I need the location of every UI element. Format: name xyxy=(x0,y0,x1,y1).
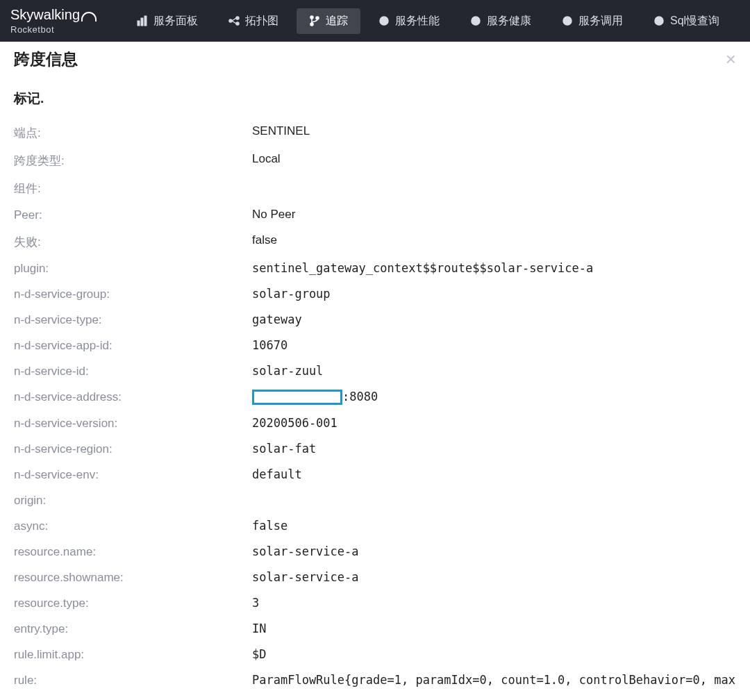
gauge-icon xyxy=(653,15,665,26)
detail-value: solar-service-a xyxy=(252,544,736,558)
detail-value-wrap[interactable]: ParamFlowRule{grade=1, paramIdx=0, count… xyxy=(252,673,736,698)
nav-tab-4[interactable]: 服务健康 xyxy=(458,8,544,34)
nav-tab-0[interactable]: 服务面板 xyxy=(124,8,210,34)
section-title: 标记. xyxy=(14,90,736,108)
detail-value-wrap: 20200506-001 xyxy=(252,416,736,430)
details-list: 端点:SENTINEL跨度类型:Local组件:Peer:No Peer失败:f… xyxy=(14,124,736,700)
detail-row: Peer:No Peer xyxy=(14,208,736,222)
detail-key: n-d-service-version: xyxy=(14,416,252,431)
detail-row: 端点:SENTINEL xyxy=(14,124,736,141)
detail-row: origin: xyxy=(14,493,736,508)
detail-value: gateway xyxy=(252,312,736,326)
detail-row: 组件: xyxy=(14,180,736,197)
detail-row: resource.showname:solar-service-a xyxy=(14,570,736,585)
nav-tab-6[interactable]: Sql慢查询 xyxy=(641,8,732,34)
nav-tab-1[interactable]: 拓扑图 xyxy=(216,8,291,34)
detail-value-wrap: solar-service-a xyxy=(252,544,736,558)
detail-key: n-d-service-region: xyxy=(14,442,252,456)
detail-key: Peer: xyxy=(14,208,252,222)
detail-value: SENTINEL xyxy=(252,124,736,138)
svg-point-10 xyxy=(316,17,319,19)
logo: Skywalking Rocketbot xyxy=(10,7,97,35)
detail-key: n-d-service-env: xyxy=(14,467,252,482)
detail-key: rule: xyxy=(14,673,252,688)
detail-value: Local xyxy=(252,152,736,166)
close-button[interactable]: × xyxy=(726,50,736,68)
detail-key: n-d-service-type: xyxy=(14,312,252,327)
svg-rect-0 xyxy=(138,21,140,26)
detail-value: 3 xyxy=(252,596,736,610)
nav-tab-3[interactable]: 服务性能 xyxy=(366,8,452,34)
detail-row: n-d-service-app-id:10670 xyxy=(14,338,736,353)
svg-point-4 xyxy=(236,17,239,19)
detail-value: IN xyxy=(252,622,736,635)
nav-tab-label: 服务面板 xyxy=(153,14,198,28)
detail-key: 组件: xyxy=(14,180,252,197)
detail-row: n-d-service-group:solar-group xyxy=(14,287,736,301)
detail-value: false xyxy=(252,233,736,247)
detail-key: n-d-service-id: xyxy=(14,364,252,378)
detail-row: rule:ParamFlowRule{grade=1, paramIdx=0, … xyxy=(14,673,736,698)
detail-value-wrap: 10670 xyxy=(252,338,736,352)
detail-value-wrap: sentinel_gateway_context$$route$$solar-s… xyxy=(252,261,736,275)
detail-row: plugin:sentinel_gateway_context$$route$$… xyxy=(14,261,736,276)
detail-key: origin: xyxy=(14,493,252,508)
detail-value-wrap: solar-group xyxy=(252,287,736,301)
detail-row: 失败:false xyxy=(14,233,736,250)
detail-value-wrap: :8080 xyxy=(252,390,736,405)
panel-title: 跨度信息 xyxy=(14,49,736,70)
nav-tab-5[interactable]: 服务调用 xyxy=(549,8,635,34)
svg-point-8 xyxy=(310,16,313,19)
detail-row: rule.limit.app:$D xyxy=(14,647,736,662)
detail-value-wrap: No Peer xyxy=(252,208,736,222)
detail-value: sentinel_gateway_context$$route$$solar-s… xyxy=(252,261,736,275)
detail-value: :8080 xyxy=(252,390,736,405)
detail-row: async:false xyxy=(14,519,736,533)
detail-value-wrap: IN xyxy=(252,622,736,635)
detail-key: async: xyxy=(14,519,252,533)
detail-row: n-d-service-address::8080 xyxy=(14,390,736,405)
detail-value: solar-zuul xyxy=(252,364,736,378)
detail-row: resource.type:3 xyxy=(14,596,736,610)
detail-value: $D xyxy=(252,647,736,661)
detail-value: 20200506-001 xyxy=(252,416,736,430)
detail-value: false xyxy=(252,519,736,533)
detail-value-wrap: Local xyxy=(252,152,736,166)
nav-tab-label: 服务健康 xyxy=(487,14,531,28)
nav-tab-label: 追踪 xyxy=(326,14,348,28)
svg-line-7 xyxy=(232,21,236,24)
gauge-icon xyxy=(562,15,573,26)
detail-row: entry.type:IN xyxy=(14,622,736,636)
nav-tab-label: Sql慢查询 xyxy=(670,14,719,28)
detail-key: n-d-service-app-id: xyxy=(14,338,252,353)
detail-value-wrap: 3 xyxy=(252,596,736,610)
svg-point-5 xyxy=(236,22,239,25)
detail-value: default xyxy=(252,467,736,481)
nav-tab-2[interactable]: 追踪 xyxy=(297,8,360,34)
detail-value: solar-fat xyxy=(252,442,736,456)
nav-tab-label: 服务性能 xyxy=(395,14,440,28)
detail-row: 跨度类型:Local xyxy=(14,152,736,169)
gauge-icon xyxy=(470,15,481,26)
detail-key: resource.type: xyxy=(14,596,252,610)
logo-text-walking: walking xyxy=(33,7,80,23)
svg-point-9 xyxy=(310,23,313,26)
detail-value: 10670 xyxy=(252,338,736,352)
svg-rect-1 xyxy=(141,18,143,26)
detail-value-wrap: false xyxy=(252,233,736,247)
detail-value-wrap: solar-service-a xyxy=(252,570,736,584)
nav-tab-label: 服务调用 xyxy=(578,14,623,28)
detail-row: n-d-service-version:20200506-001 xyxy=(14,416,736,431)
top-nav-bar: Skywalking Rocketbot 服务面板拓扑图追踪服务性能服务健康服务… xyxy=(0,0,750,42)
detail-row: resource.name:solar-service-a xyxy=(14,544,736,559)
logo-subtext: Rocketbot xyxy=(10,24,97,35)
detail-value: solar-service-a xyxy=(252,570,736,584)
detail-value-wrap: solar-zuul xyxy=(252,364,736,378)
detail-key: n-d-service-address: xyxy=(14,390,252,404)
detail-key: 失败: xyxy=(14,233,252,250)
detail-value-wrap: $D xyxy=(252,647,736,661)
detail-key: resource.name: xyxy=(14,544,252,559)
chart-bar-icon xyxy=(137,15,148,26)
detail-row: n-d-service-id:solar-zuul xyxy=(14,364,736,378)
svg-point-3 xyxy=(229,19,232,22)
